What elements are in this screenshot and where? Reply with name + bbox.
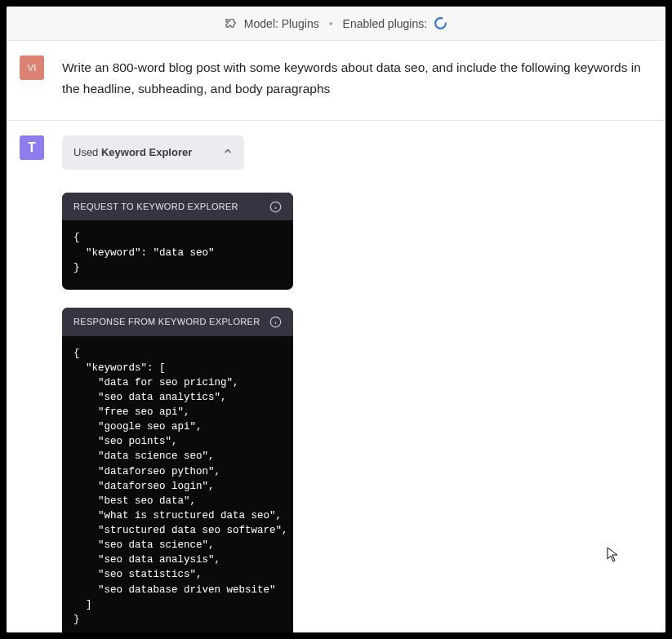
user-text: Write an 800-word blog post with some ke… — [62, 55, 649, 100]
response-card-header: RESPONSE FROM KEYWORD EXPLORER — [62, 308, 293, 336]
svg-point-0 — [435, 18, 446, 29]
topbar: Model: Plugins • Enabled plugins: — [7, 7, 665, 41]
request-card-header: REQUEST TO KEYWORD EXPLORER — [62, 193, 293, 221]
response-code: { "keywords": [ "data for seo pricing", … — [62, 336, 293, 632]
assistant-avatar: T — [20, 135, 44, 160]
enabled-plugins-label: Enabled plugins: — [343, 17, 428, 30]
user-message: VI Write an 800-word blog post with some… — [7, 41, 665, 121]
separator: • — [329, 17, 333, 30]
plugin-logo-icon — [434, 16, 447, 30]
user-avatar: VI — [20, 55, 44, 80]
response-card-title: RESPONSE FROM KEYWORD EXPLORER — [73, 314, 260, 330]
tool-toggle-label: Used Keyword Explorer — [73, 144, 192, 162]
response-card: RESPONSE FROM KEYWORD EXPLORER { "keywor… — [62, 308, 293, 632]
request-code: { "keyword": "data seo" } — [62, 220, 293, 289]
request-card-title: REQUEST TO KEYWORD EXPLORER — [73, 199, 238, 215]
model-label: Model: Plugins — [244, 17, 319, 30]
assistant-message: T Used Keyword Explorer REQUEST TO KEYWO… — [7, 121, 665, 632]
tool-toggle[interactable]: Used Keyword Explorer — [62, 135, 244, 170]
chevron-up-icon — [223, 144, 233, 162]
puzzle-icon — [225, 17, 238, 30]
info-icon[interactable] — [269, 316, 282, 328]
request-card: REQUEST TO KEYWORD EXPLORER { "keyword":… — [62, 193, 293, 290]
info-icon[interactable] — [269, 201, 282, 213]
